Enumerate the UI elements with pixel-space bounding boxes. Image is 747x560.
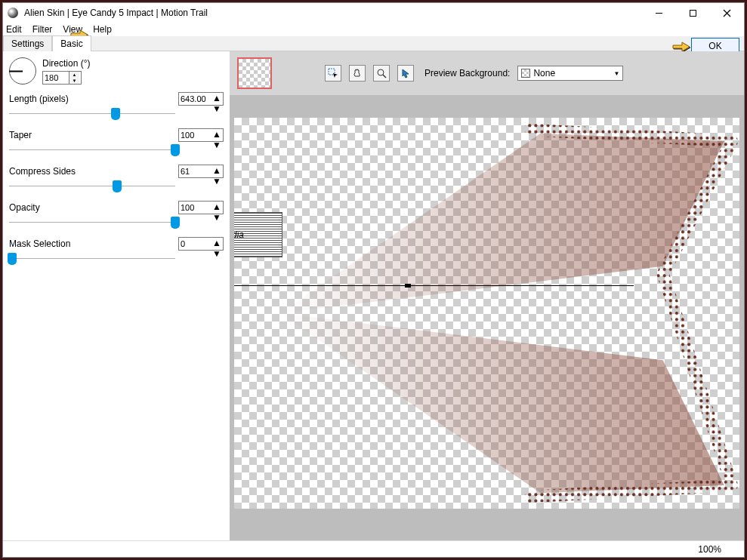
preview-bg-value: None bbox=[533, 68, 555, 78]
spin-down-icon[interactable]: ▼ bbox=[212, 140, 221, 150]
taper-slider[interactable] bbox=[9, 143, 175, 157]
direction-input[interactable] bbox=[43, 72, 69, 84]
ok-label: OK bbox=[708, 41, 721, 51]
pointer-tool-button[interactable] bbox=[397, 65, 414, 82]
svg-point-5 bbox=[378, 69, 384, 75]
mask-label: Mask Selection bbox=[9, 238, 70, 249]
spin-down-icon[interactable]: ▼ bbox=[212, 248, 221, 259]
taper-spinner[interactable]: ▲▼ bbox=[178, 128, 224, 142]
spin-up-icon[interactable]: ▲ bbox=[212, 93, 221, 103]
spin-up-icon[interactable]: ▲ bbox=[69, 72, 79, 78]
opacity-label: Opacity bbox=[9, 202, 40, 213]
zoom-level: 100% bbox=[698, 544, 721, 555]
svg-marker-9 bbox=[280, 313, 724, 493]
canvas-viewport[interactable]: claudia bbox=[230, 95, 744, 540]
cursor-hand-icon bbox=[671, 38, 691, 53]
spin-down-icon[interactable]: ▼ bbox=[212, 176, 221, 186]
preview-panel: Preview Background: None ▼ bbox=[230, 51, 744, 540]
svg-rect-1 bbox=[690, 10, 696, 16]
menu-filter[interactable]: Filter bbox=[32, 24, 53, 35]
opacity-input[interactable] bbox=[179, 202, 212, 214]
preview-thumbnail[interactable] bbox=[237, 57, 272, 89]
chevron-down-icon: ▼ bbox=[613, 70, 619, 77]
spin-down-icon[interactable]: ▼ bbox=[212, 103, 221, 114]
opacity-spinner[interactable]: ▲▼ bbox=[178, 201, 224, 214]
length-spinner[interactable]: ▲▼ bbox=[178, 92, 224, 106]
length-input[interactable] bbox=[179, 93, 212, 105]
selection-tool-button[interactable] bbox=[325, 65, 341, 82]
zoom-tool-button[interactable] bbox=[373, 65, 390, 82]
motion-trail-graphic bbox=[234, 118, 739, 509]
close-button[interactable] bbox=[710, 3, 744, 23]
horizontal-guide[interactable] bbox=[234, 285, 634, 286]
maximize-button[interactable] bbox=[676, 3, 710, 23]
mask-spinner[interactable]: ▲▼ bbox=[178, 237, 224, 251]
opacity-slider[interactable] bbox=[9, 216, 175, 229]
direction-spinner[interactable]: ▲▼ bbox=[42, 71, 82, 85]
window-title: Alien Skin | Eye Candy 5 Impact | Motion… bbox=[23, 8, 642, 18]
length-label: Length (pixels) bbox=[9, 94, 69, 104]
sidebar-controls: Direction (°) ▲▼ Length (pixels) ▲▼ bbox=[3, 51, 230, 540]
tab-basic[interactable]: Basic bbox=[52, 35, 91, 51]
app-icon bbox=[8, 8, 18, 18]
transparency-swatch-icon bbox=[521, 69, 530, 78]
spin-up-icon[interactable]: ▲ bbox=[212, 129, 221, 140]
spin-up-icon[interactable]: ▲ bbox=[212, 238, 221, 248]
titlebar: Alien Skin | Eye Candy 5 Impact | Motion… bbox=[3, 3, 744, 23]
hand-tool-button[interactable] bbox=[349, 65, 366, 82]
spin-down-icon[interactable]: ▼ bbox=[212, 212, 221, 223]
svg-marker-8 bbox=[280, 134, 724, 313]
mask-slider[interactable] bbox=[9, 252, 175, 266]
svg-line-6 bbox=[383, 75, 386, 78]
direction-label: Direction (°) bbox=[42, 58, 90, 69]
menu-help[interactable]: Help bbox=[93, 24, 112, 35]
direction-dial[interactable] bbox=[9, 57, 36, 85]
minimize-button[interactable] bbox=[642, 3, 676, 23]
compress-slider[interactable] bbox=[9, 180, 175, 193]
menu-edit[interactable]: Edit bbox=[6, 24, 22, 35]
preview-bg-select[interactable]: None ▼ bbox=[517, 66, 623, 81]
watermark-text: claudia bbox=[234, 229, 244, 240]
tab-settings[interactable]: Settings bbox=[3, 35, 52, 51]
taper-label: Taper bbox=[9, 130, 32, 140]
app-window: Alien Skin | Eye Candy 5 Impact | Motion… bbox=[2, 2, 745, 558]
spin-up-icon[interactable]: ▲ bbox=[212, 202, 221, 212]
compress-label: Compress Sides bbox=[9, 166, 76, 177]
preview-toolbar: Preview Background: None ▼ bbox=[230, 51, 744, 95]
watermark-badge: claudia bbox=[234, 212, 282, 257]
canvas[interactable]: claudia bbox=[234, 118, 739, 509]
statusbar: 100% bbox=[3, 540, 744, 557]
compress-spinner[interactable]: ▲▼ bbox=[178, 165, 224, 178]
spin-down-icon[interactable]: ▼ bbox=[69, 78, 79, 84]
compress-input[interactable] bbox=[179, 165, 212, 177]
tab-bar: Settings Basic OK Cancel bbox=[3, 36, 744, 51]
spin-up-icon[interactable]: ▲ bbox=[212, 165, 221, 176]
menubar: Edit Filter View Help bbox=[3, 23, 744, 36]
taper-input[interactable] bbox=[179, 129, 212, 141]
length-slider[interactable] bbox=[9, 107, 175, 121]
preview-bg-label: Preview Background: bbox=[424, 68, 510, 78]
mask-input[interactable] bbox=[179, 238, 212, 250]
